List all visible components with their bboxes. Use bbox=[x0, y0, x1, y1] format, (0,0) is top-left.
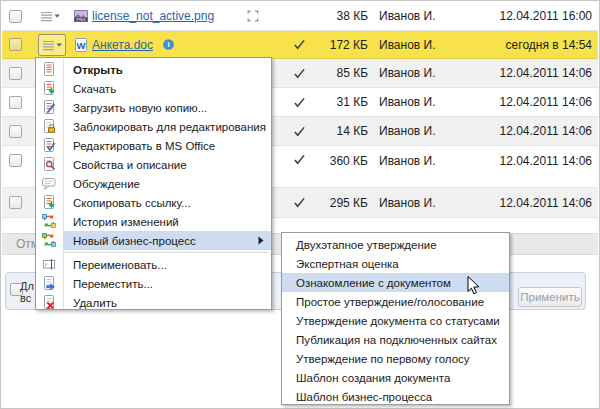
file-date: 12.04.2011 14:06 bbox=[499, 59, 592, 87]
submenu-item-bp-template[interactable]: Шаблон бизнес-процесса bbox=[282, 387, 509, 406]
upload-icon bbox=[41, 99, 57, 115]
row-checkbox-cell bbox=[9, 59, 22, 87]
rename-icon bbox=[41, 256, 57, 272]
open-icon bbox=[41, 61, 57, 77]
png-file-icon: PNG bbox=[73, 2, 89, 30]
submenu-arrow-icon bbox=[258, 236, 264, 245]
row-checkbox[interactable] bbox=[9, 67, 22, 80]
row-checkbox[interactable] bbox=[9, 38, 22, 51]
table-row: PNG license_not_active.png 38 КБ Иванов … bbox=[2, 2, 598, 31]
submenu-item-doc-template[interactable]: Шаблон создания документа bbox=[282, 368, 509, 387]
row-checkbox-cell bbox=[9, 2, 22, 30]
file-date: 12.04.2011 14:06 bbox=[499, 88, 592, 116]
file-size: 85 КБ bbox=[302, 59, 368, 87]
file-author: Иванов И. bbox=[379, 59, 436, 87]
file-author: Иванов И. bbox=[379, 188, 436, 217]
hamburger-icon bbox=[39, 8, 61, 24]
doc-file-icon: W bbox=[73, 31, 89, 58]
expand-icon[interactable] bbox=[246, 2, 260, 30]
history-icon bbox=[41, 213, 57, 229]
file-author: Иванов И. bbox=[379, 88, 436, 116]
file-author: Иванов И. bbox=[379, 117, 436, 145]
svg-text:W: W bbox=[77, 39, 86, 50]
menu-item-open[interactable]: Открыть bbox=[36, 60, 271, 79]
bizproc-submenu: Двухэтапное утверждение Экспертная оценк… bbox=[281, 232, 510, 405]
submenu-item-status-approval[interactable]: Утверждение документа со статусами bbox=[282, 311, 509, 330]
menu-item-lock[interactable]: Заблокировать для редактирования bbox=[36, 117, 271, 136]
delete-icon bbox=[41, 294, 57, 310]
row-checkbox-cell bbox=[9, 31, 22, 58]
apply-button[interactable]: Применить bbox=[518, 287, 582, 307]
menu-item-edit-office[interactable]: Редактировать в MS Office bbox=[36, 136, 271, 155]
menu-item-delete[interactable]: Удалить bbox=[36, 293, 271, 312]
for-all-label: Дл вс bbox=[20, 280, 34, 304]
file-author: Иванов И. bbox=[379, 146, 436, 187]
file-size: 360 КБ bbox=[302, 146, 368, 187]
row-checkbox[interactable] bbox=[9, 96, 22, 109]
file-author: Иванов И. bbox=[379, 2, 436, 30]
menu-item-move[interactable]: Переместить... bbox=[36, 274, 271, 293]
submenu-item-expert[interactable]: Экспертная оценка bbox=[282, 254, 509, 273]
document-library-screen: PNG license_not_active.png 38 КБ Иванов … bbox=[0, 0, 600, 409]
file-size: 38 КБ bbox=[302, 2, 368, 30]
row-checkbox-cell bbox=[9, 146, 22, 187]
menu-item-history[interactable]: История изменений bbox=[36, 212, 271, 231]
menu-item-properties[interactable]: Свойства и описание bbox=[36, 155, 271, 174]
row-menu-button[interactable] bbox=[39, 2, 61, 30]
row-checkbox[interactable] bbox=[9, 10, 22, 23]
submenu-item-first-vote[interactable]: Утверждение по первому голосу bbox=[282, 349, 509, 368]
svg-text:i: i bbox=[167, 40, 169, 49]
edit-icon bbox=[41, 137, 57, 153]
menu-item-rename[interactable]: Переименовать... bbox=[36, 255, 271, 274]
file-date: сегодня в 14:54 bbox=[506, 31, 592, 58]
svg-text:PNG: PNG bbox=[76, 17, 85, 22]
menu-item-new-bizproc[interactable]: Новый бизнес-процесс bbox=[36, 231, 271, 250]
row-checkbox-cell bbox=[9, 88, 22, 116]
file-author: Иванов И. bbox=[379, 31, 436, 58]
row-checkbox-cell bbox=[9, 188, 22, 217]
file-size: 172 КБ bbox=[302, 31, 368, 58]
download-icon bbox=[41, 80, 57, 96]
magnifier-icon bbox=[41, 156, 57, 172]
menu-item-download[interactable]: Скачать bbox=[36, 79, 271, 98]
file-date: 12.04.2011 14:06 bbox=[499, 188, 592, 217]
file-link[interactable]: license_not_active.png bbox=[92, 2, 214, 30]
file-size: 14 КБ bbox=[302, 117, 368, 145]
row-checkbox[interactable] bbox=[9, 125, 22, 138]
file-date: 12.04.2011 14:06 bbox=[499, 117, 592, 145]
submenu-item-publication[interactable]: Публикация на подключенных сайтах bbox=[282, 330, 509, 349]
context-menu: Открыть Скачать Загрузить новую копию...… bbox=[35, 57, 272, 310]
file-date: 12.04.2011 14:06 bbox=[499, 146, 592, 187]
table-row-selected: W Анкета.doc i 172 КБ Иванов И. сегодня … bbox=[2, 31, 598, 59]
submenu-item-acquaintance[interactable]: Ознакомление с документом bbox=[282, 273, 509, 292]
file-date: 12.04.2011 16:00 bbox=[499, 2, 592, 30]
menu-item-copy-link[interactable]: Скопировать ссылку... bbox=[36, 193, 271, 212]
submenu-item-two-stage[interactable]: Двухэтапное утверждение bbox=[282, 235, 509, 254]
row-checkbox[interactable] bbox=[9, 196, 22, 209]
row-menu-button-active[interactable] bbox=[38, 34, 66, 56]
row-checkbox[interactable] bbox=[9, 154, 22, 167]
file-size: 31 КБ bbox=[302, 88, 368, 116]
copy-link-icon bbox=[41, 194, 57, 210]
move-icon bbox=[41, 275, 57, 291]
row-checkbox-cell bbox=[9, 117, 22, 145]
submenu-item-simple-vote[interactable]: Простое утверждение/голосование bbox=[282, 292, 509, 311]
lock-icon bbox=[41, 118, 57, 134]
menu-item-upload-copy[interactable]: Загрузить новую копию... bbox=[36, 98, 271, 117]
menu-item-discussion[interactable]: Обсуждение bbox=[36, 174, 271, 193]
speech-bubble-icon bbox=[41, 175, 57, 191]
info-icon[interactable]: i bbox=[161, 31, 176, 58]
bizproc-icon bbox=[41, 232, 57, 248]
file-link[interactable]: Анкета.doc bbox=[92, 31, 153, 58]
hamburger-icon bbox=[41, 37, 63, 53]
file-size: 295 КБ bbox=[302, 188, 368, 217]
